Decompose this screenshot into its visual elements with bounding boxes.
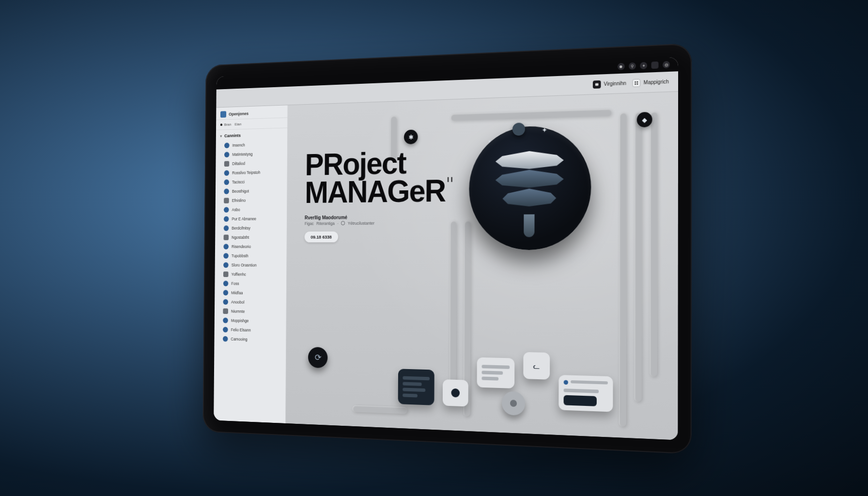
widget-card-dark[interactable] xyxy=(398,369,434,405)
refresh-node-icon[interactable]: ↻ xyxy=(588,388,606,407)
refresh-knob[interactable]: ⟳ xyxy=(308,347,328,368)
sidebar-item-label: Anoobol xyxy=(231,300,244,305)
gear-icon[interactable]: ✦ xyxy=(640,62,647,69)
sidebar-item[interactable]: Camooing xyxy=(214,334,286,345)
sidebar-item[interactable]: Risendeorio xyxy=(215,242,287,251)
sidebar-tab-b[interactable]: Eian xyxy=(234,122,241,126)
sidebar-item-label: Beosthigot xyxy=(232,189,249,194)
decor-layer: ✱ ◆ ↻ ⟳ ✦ • xyxy=(286,92,678,440)
widget-card-icon[interactable]: ᓚ xyxy=(523,352,550,380)
sidebar-item-label: Berdcifnitsy xyxy=(232,226,250,231)
bullet-icon xyxy=(224,225,229,231)
info-icon xyxy=(341,221,345,225)
sidebar-item-label: Asbo xyxy=(232,207,240,212)
bullet-icon xyxy=(224,179,229,185)
app-logo: ✦ • xyxy=(469,124,591,250)
grid-icon xyxy=(632,78,640,87)
sidebar-item[interactable]: Ngostabtht xyxy=(215,232,287,242)
knob-disc[interactable] xyxy=(502,391,525,416)
logo-leaf xyxy=(496,150,564,170)
bullet-icon xyxy=(223,271,229,277)
bullet-icon xyxy=(223,318,228,324)
sidebar-item[interactable]: Taciscci xyxy=(216,177,287,187)
shield-icon[interactable] xyxy=(651,62,659,69)
sidebar-item[interactable]: Anoobol xyxy=(215,297,286,308)
bullet-icon xyxy=(224,142,230,148)
bullet-icon xyxy=(223,290,229,296)
sidebar-item-label: Insench xyxy=(232,143,245,148)
gear-node-icon[interactable]: ✱ xyxy=(404,129,418,144)
camera-icon[interactable]: ⏺ xyxy=(618,63,625,70)
sparkle-icon: • xyxy=(488,137,491,145)
sidebar-item[interactable]: Yoffienhc xyxy=(215,270,287,279)
sidebar-item[interactable]: Foss xyxy=(215,279,286,289)
dot-icon xyxy=(220,124,222,126)
sidebar-item[interactable]: Tupobbsth xyxy=(215,251,287,261)
sidebar: Openjones Bran Eian ▾ Cannints InsenchMa… xyxy=(214,105,288,423)
sidebar-item-label: Risendeorio xyxy=(232,244,251,249)
sidebar-item-label: Taciscci xyxy=(232,180,245,185)
sidebar-item[interactable]: Miidfaa xyxy=(215,288,286,298)
bullet-icon xyxy=(224,152,230,157)
bullet-icon xyxy=(224,216,229,221)
header-chip-left[interactable]: Virginnihn xyxy=(593,79,626,88)
main-canvas: ✱ ◆ ↻ ⟳ ✦ • xyxy=(286,92,678,440)
sparkle-icon: ✦ xyxy=(542,126,547,134)
widget-card-action[interactable] xyxy=(558,375,613,412)
bullet-icon xyxy=(224,161,230,167)
logo-stem xyxy=(524,214,534,237)
sidebar-item[interactable]: Pur E Abnanee xyxy=(215,214,287,224)
sidebar-item-label: Ngostabtht xyxy=(232,235,249,240)
sidebar-items: InsenchMatintestysgDiltaliodRosslivo Tei… xyxy=(214,139,287,349)
drop-node-icon[interactable]: ◆ xyxy=(637,112,652,127)
bullet-icon xyxy=(223,299,229,305)
svg-rect-2 xyxy=(637,81,638,82)
sidebar-item-label: Camooing xyxy=(231,337,248,341)
sidebar-item[interactable]: Niurnnte xyxy=(215,307,286,317)
workspace-icon xyxy=(220,111,226,118)
widget-card-light[interactable] xyxy=(477,357,515,388)
bullet-icon xyxy=(224,207,229,212)
header-chip-right-label: Mappigrich xyxy=(644,79,669,85)
sidebar-item-label: Tupobbsth xyxy=(232,253,248,258)
user-icon[interactable]: ◍ xyxy=(663,61,670,68)
card-action-button[interactable] xyxy=(564,395,597,406)
bullet-icon xyxy=(224,234,229,240)
sidebar-item-label: Yoffienhc xyxy=(232,272,246,277)
bullet-icon xyxy=(223,336,228,342)
sidebar-item[interactable]: Asbo xyxy=(216,204,287,215)
pipe xyxy=(635,112,642,402)
sidebar-item[interactable]: Berdcifnitsy xyxy=(215,223,287,233)
sidebar-tab-a[interactable]: Bran xyxy=(220,123,232,127)
dot-icon xyxy=(451,388,460,398)
sidebar-item[interactable]: Beosthigot xyxy=(216,186,287,196)
svg-rect-0 xyxy=(595,83,599,85)
header-chip-right[interactable]: Mappigrich xyxy=(632,78,668,87)
bullet-icon xyxy=(224,170,230,176)
widget-card-small[interactable] xyxy=(443,379,468,406)
sidebar-item[interactable]: Efnislino xyxy=(216,195,287,205)
sidebar-item-label: Felio Elsann xyxy=(231,327,251,332)
page-title: PRoject MANAGeRI I xyxy=(305,148,469,207)
sidebar-item-label: Rosslivo Teipstoh xyxy=(232,170,260,175)
sidebar-item-label: Matintestysg xyxy=(232,152,253,156)
workspace-label: Openjones xyxy=(229,111,248,117)
sidebar-item-label: Foss xyxy=(231,281,239,286)
pipe xyxy=(450,221,457,402)
sidebar-item-label: Diltaliod xyxy=(232,161,245,166)
bullet-icon xyxy=(223,281,229,287)
screen: ⏺ ⚲ ✦ ◍ Virginnihn Mappigrich xyxy=(214,57,678,440)
sidebar-item-label: Pur E Abnanee xyxy=(232,217,256,221)
cat-icon: ᓚ xyxy=(533,361,540,371)
sidebar-item-label: Niurnnte xyxy=(231,309,245,314)
bullet-icon xyxy=(224,188,229,194)
camera-icon xyxy=(593,80,601,88)
pipe xyxy=(650,112,658,377)
sidebar-item[interactable]: Sloro Orasntion xyxy=(215,261,287,270)
date-chip[interactable]: 09.18 6338 xyxy=(305,232,338,243)
sidebar-item[interactable]: Rosslivo Teipstoh xyxy=(216,167,287,178)
pin-icon[interactable]: ⚲ xyxy=(629,62,636,70)
hero-meta: Rverllig Maodorumé Figac Riterantiga · Y… xyxy=(305,214,469,242)
logo-leaf xyxy=(502,188,556,207)
logo-leaf xyxy=(496,169,564,188)
